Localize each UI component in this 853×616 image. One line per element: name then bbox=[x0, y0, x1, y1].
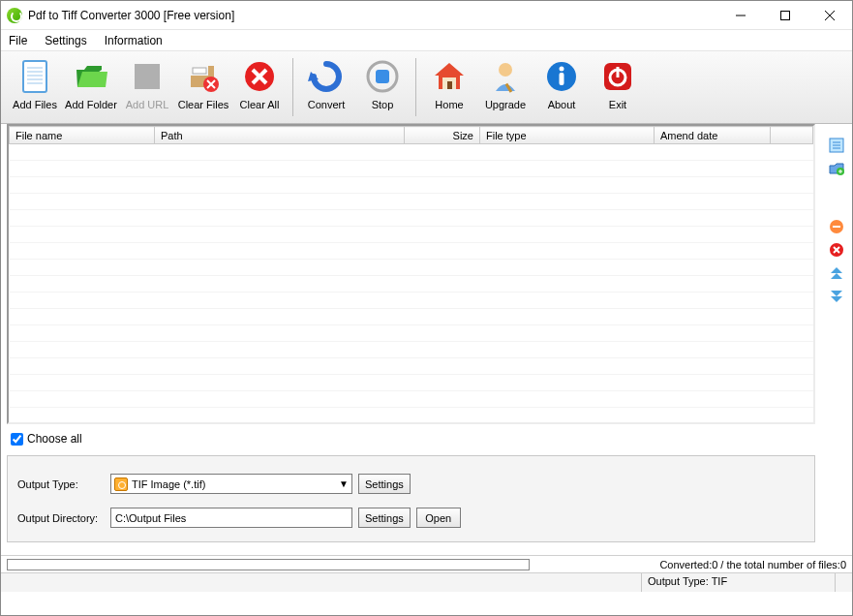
clear-files-button[interactable]: Clear Files bbox=[175, 55, 231, 110]
maximize-button[interactable] bbox=[763, 1, 807, 30]
menu-file[interactable]: File bbox=[9, 34, 27, 47]
about-icon bbox=[542, 57, 581, 96]
col-filename[interactable]: File name bbox=[10, 127, 155, 144]
clear-files-icon bbox=[184, 57, 223, 96]
minimize-button[interactable] bbox=[718, 1, 763, 30]
output-type-value: TIF Image (*.tif) bbox=[132, 478, 205, 490]
add-folder-label: Add Folder bbox=[65, 99, 117, 110]
svg-marker-44 bbox=[831, 267, 842, 273]
url-icon bbox=[128, 57, 167, 96]
add-list-icon[interactable] bbox=[829, 138, 844, 153]
output-dir-input[interactable] bbox=[110, 508, 352, 528]
table-row[interactable] bbox=[10, 276, 813, 293]
table-row[interactable] bbox=[10, 260, 813, 276]
remove-icon[interactable] bbox=[829, 219, 844, 234]
about-button[interactable]: About bbox=[533, 55, 590, 110]
menu-settings[interactable]: Settings bbox=[45, 34, 86, 47]
about-label: About bbox=[548, 99, 576, 110]
toolbar: Add Files Add Folder Add URL Clear Files… bbox=[1, 51, 852, 124]
stop-label: Stop bbox=[372, 99, 394, 110]
cancel-icon[interactable] bbox=[829, 242, 844, 258]
table-row[interactable] bbox=[10, 342, 813, 358]
table-row[interactable] bbox=[10, 177, 813, 194]
chevron-down-icon: ▼ bbox=[339, 478, 349, 489]
clear-all-icon bbox=[240, 57, 279, 96]
output-dir-label: Output Directory: bbox=[17, 512, 105, 524]
move-down-icon[interactable] bbox=[829, 289, 844, 304]
col-filetype[interactable]: File type bbox=[480, 127, 655, 144]
table-row[interactable] bbox=[10, 161, 813, 177]
output-dir-settings-button[interactable]: Settings bbox=[358, 508, 411, 528]
upgrade-button[interactable]: Upgrade bbox=[477, 55, 533, 110]
home-label: Home bbox=[435, 99, 463, 110]
svg-rect-23 bbox=[447, 81, 452, 89]
move-up-icon[interactable] bbox=[829, 265, 844, 281]
svg-marker-47 bbox=[831, 296, 842, 302]
output-type-select[interactable]: TIF Image (*.tif) ▼ bbox=[110, 474, 352, 494]
upgrade-icon bbox=[486, 57, 525, 96]
exit-label: Exit bbox=[609, 99, 626, 110]
add-folder-icon[interactable] bbox=[829, 161, 844, 176]
svg-rect-20 bbox=[376, 70, 389, 83]
svg-rect-40 bbox=[833, 226, 840, 228]
file-list[interactable]: File name Path Size File type Amend date bbox=[7, 124, 815, 424]
output-panel: Output Type: TIF Image (*.tif) ▼ Setting… bbox=[7, 455, 815, 542]
table-row[interactable] bbox=[10, 375, 813, 391]
add-files-button[interactable]: Add Files bbox=[7, 55, 63, 110]
svg-point-24 bbox=[499, 63, 512, 77]
table-row[interactable] bbox=[10, 194, 813, 210]
table-row[interactable] bbox=[10, 391, 813, 408]
output-type-settings-button[interactable]: Settings bbox=[358, 474, 411, 494]
toolbar-separator bbox=[292, 58, 293, 116]
table-row[interactable] bbox=[10, 210, 813, 227]
progress-row: Converted:0 / the total number of files:… bbox=[1, 555, 852, 572]
stop-icon bbox=[363, 57, 402, 96]
home-icon bbox=[430, 57, 469, 96]
menu-information[interactable]: Information bbox=[105, 34, 163, 47]
svg-marker-45 bbox=[831, 273, 842, 279]
folder-icon bbox=[72, 57, 110, 96]
col-size[interactable]: Size bbox=[405, 127, 480, 144]
choose-all-checkbox[interactable] bbox=[11, 433, 23, 446]
upgrade-label: Upgrade bbox=[485, 99, 526, 110]
toolbar-separator bbox=[415, 58, 416, 116]
table-row[interactable] bbox=[10, 293, 813, 309]
col-amend[interactable]: Amend date bbox=[655, 127, 771, 144]
status-grip bbox=[835, 573, 852, 592]
tif-icon bbox=[114, 477, 128, 491]
table-row[interactable] bbox=[10, 358, 813, 375]
convert-icon bbox=[307, 57, 346, 96]
table-row[interactable] bbox=[10, 144, 813, 161]
col-path[interactable]: Path bbox=[155, 127, 405, 144]
convert-status: Converted:0 / the total number of files:… bbox=[659, 559, 846, 570]
table-row[interactable] bbox=[10, 243, 813, 260]
table-row[interactable] bbox=[10, 309, 813, 325]
table-row[interactable] bbox=[10, 227, 813, 243]
add-url-label: Add URL bbox=[126, 99, 169, 110]
stop-button[interactable]: Stop bbox=[354, 55, 411, 110]
add-url-button: Add URL bbox=[119, 55, 175, 110]
table-row[interactable] bbox=[10, 325, 813, 342]
svg-rect-10 bbox=[135, 64, 160, 89]
progress-bar bbox=[7, 559, 530, 570]
sidebar bbox=[821, 124, 852, 555]
clear-all-label: Clear All bbox=[240, 99, 280, 110]
svg-rect-28 bbox=[560, 73, 564, 85]
col-trailing bbox=[771, 127, 813, 144]
open-button[interactable]: Open bbox=[416, 508, 461, 528]
add-folder-button[interactable]: Add Folder bbox=[63, 55, 119, 110]
output-type-label: Output Type: bbox=[17, 478, 105, 490]
title-bar: Pdf to Tiff Converter 3000 [Free version… bbox=[1, 1, 852, 30]
status-output-type: Output Type: TIF bbox=[641, 573, 835, 592]
svg-marker-46 bbox=[831, 291, 842, 296]
close-button[interactable] bbox=[807, 1, 852, 30]
home-button[interactable]: Home bbox=[421, 55, 477, 110]
clear-all-button[interactable]: Clear All bbox=[231, 55, 288, 110]
exit-button[interactable]: Exit bbox=[590, 55, 646, 110]
convert-button[interactable]: Convert bbox=[298, 55, 354, 110]
convert-label: Convert bbox=[308, 99, 346, 110]
window-title: Pdf to Tiff Converter 3000 [Free version… bbox=[28, 9, 234, 22]
svg-rect-11 bbox=[193, 68, 206, 74]
choose-all-label: Choose all bbox=[27, 432, 82, 446]
menubar: File Settings Information bbox=[1, 30, 852, 51]
